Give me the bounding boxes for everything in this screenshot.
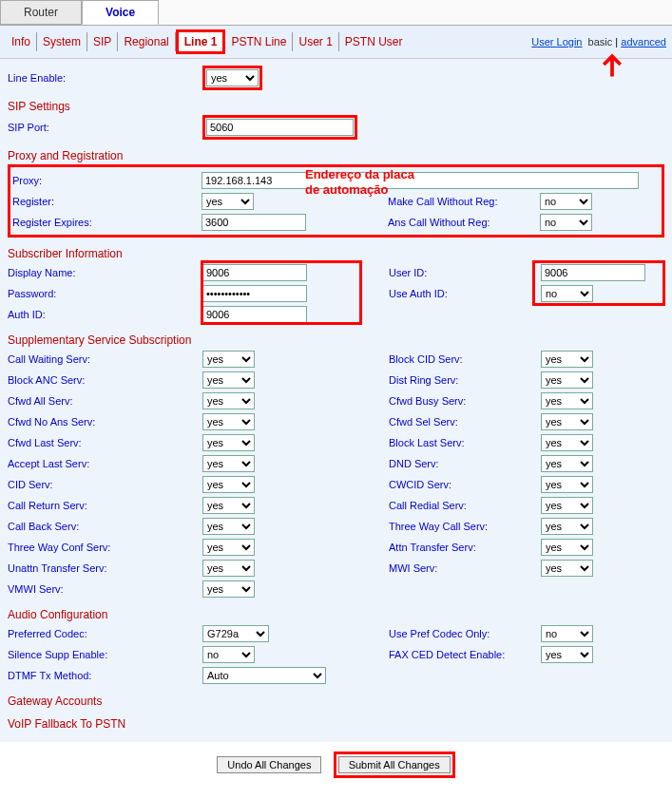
callredial-select[interactable]: yes: [541, 497, 593, 514]
mwi-label: MWI Serv:: [389, 562, 541, 574]
blocklast-select[interactable]: yes: [541, 434, 593, 451]
blockanc-select[interactable]: yes: [202, 371, 255, 389]
cfwdna-select[interactable]: yes: [202, 413, 255, 430]
register-select[interactable]: yes: [202, 193, 254, 210]
register-label: Register:: [12, 196, 202, 207]
subscriber-title: Subscriber Information: [8, 247, 664, 260]
cwcid-label: CWCID Serv:: [389, 479, 541, 490]
unattntr-select[interactable]: yes: [202, 560, 255, 577]
threeway-select[interactable]: yes: [541, 518, 593, 535]
gateway-title: Gateway Accounts: [8, 694, 664, 708]
cw-label: Call Waiting Serv:: [8, 353, 202, 365]
view-mode-links: User Login basic | advanced: [531, 36, 666, 48]
ans-call-select[interactable]: no: [540, 214, 592, 231]
use-pref-only-select[interactable]: no: [541, 625, 593, 642]
audio-title: Audio Configuration: [8, 608, 664, 621]
subtab-regional[interactable]: Regional: [118, 32, 175, 51]
make-call-select[interactable]: no: [540, 193, 592, 210]
vmwi-select[interactable]: yes: [202, 580, 255, 598]
line-enable-select[interactable]: yes: [206, 69, 259, 86]
cw-select[interactable]: yes: [202, 351, 255, 368]
cfwdlast-select[interactable]: yes: [202, 434, 255, 451]
subtab-system[interactable]: System: [37, 32, 87, 51]
distring-label: Dist Ring Serv:: [389, 374, 541, 386]
blockcid-label: Block CID Serv:: [389, 353, 541, 365]
callret-label: Call Return Serv:: [8, 500, 202, 511]
sip-port-label: SIP Port:: [8, 122, 202, 133]
annotation-proxy-2: de automação: [305, 182, 388, 197]
threeway-label: Three Way Call Serv:: [389, 521, 541, 532]
unattntr-label: Unattn Transfer Serv:: [8, 562, 202, 574]
sip-settings-title: SIP Settings: [8, 100, 664, 113]
sub-tabs: Info System SIP Regional Line 1 PSTN Lin…: [0, 26, 672, 59]
dnd-select[interactable]: yes: [541, 455, 593, 472]
callback-select[interactable]: yes: [202, 518, 255, 535]
tab-router[interactable]: Router: [0, 0, 82, 25]
authid-label: Auth ID:: [8, 309, 202, 320]
callredial-label: Call Redial Serv:: [389, 500, 541, 511]
cid-label: CID Serv:: [8, 479, 202, 490]
supp-title: Supplementary Service Subscription: [8, 333, 664, 347]
distring-select[interactable]: yes: [541, 371, 593, 389]
callret-select[interactable]: yes: [202, 497, 255, 514]
silence-select[interactable]: no: [202, 646, 255, 663]
silence-label: Silence Supp Enable:: [8, 649, 202, 660]
cfwdbusy-label: Cfwd Busy Serv:: [389, 395, 541, 407]
userid-input[interactable]: [541, 264, 645, 281]
faxced-label: FAX CED Detect Enable:: [389, 649, 541, 660]
sip-port-input[interactable]: [206, 119, 354, 136]
authid-input[interactable]: [202, 306, 307, 323]
voip-fallback-title: VoIP Fallback To PSTN: [8, 717, 664, 731]
main-tabs: Router Voice: [0, 0, 672, 26]
undo-button[interactable]: Undo All Changes: [217, 756, 321, 773]
subtab-line1[interactable]: Line 1: [176, 29, 226, 54]
faxced-select[interactable]: yes: [541, 646, 593, 663]
blocklast-label: Block Last Serv:: [389, 437, 541, 448]
display-name-label: Display Name:: [8, 267, 202, 278]
cfwdall-select[interactable]: yes: [202, 392, 255, 409]
use-auth-label: Use Auth ID:: [389, 288, 541, 299]
proxy-input[interactable]: [202, 172, 639, 189]
tab-voice[interactable]: Voice: [82, 0, 159, 25]
button-bar: Undo All Changes Submit All Changes: [0, 742, 672, 791]
subtab-pstn-line[interactable]: PSTN Line: [225, 32, 293, 51]
password-input[interactable]: [202, 285, 307, 302]
mwi-select[interactable]: yes: [541, 560, 593, 577]
acceptlast-label: Accept Last Serv:: [8, 458, 202, 469]
arrow-up-icon: [598, 50, 626, 81]
blockanc-label: Block ANC Serv:: [8, 374, 202, 386]
submit-button[interactable]: Submit All Changes: [338, 756, 451, 773]
cfwdbusy-select[interactable]: yes: [541, 392, 593, 409]
password-label: Password:: [8, 288, 202, 299]
ans-call-label: Ans Call Without Reg:: [388, 217, 540, 228]
cfwdlast-label: Cfwd Last Serv:: [8, 437, 202, 448]
subtab-sip[interactable]: SIP: [87, 32, 118, 51]
blockcid-select[interactable]: yes: [541, 351, 593, 368]
userid-label: User ID:: [389, 267, 541, 278]
attntr-select[interactable]: yes: [541, 539, 593, 556]
callback-label: Call Back Serv:: [8, 521, 202, 532]
acceptlast-select[interactable]: yes: [202, 455, 255, 472]
use-auth-select[interactable]: no: [541, 285, 593, 302]
line-enable-label: Line Enable:: [8, 72, 202, 84]
pref-codec-select[interactable]: G729a: [202, 625, 269, 642]
proxy-label: Proxy:: [12, 175, 202, 186]
cfwdsel-select[interactable]: yes: [541, 413, 593, 430]
cid-select[interactable]: yes: [202, 476, 255, 493]
threeconf-select[interactable]: yes: [202, 539, 255, 556]
subtab-info[interactable]: Info: [6, 32, 37, 51]
dtmf-select[interactable]: Auto: [202, 667, 326, 684]
display-name-input[interactable]: [202, 264, 307, 281]
cfwdall-label: Cfwd All Serv:: [8, 395, 202, 407]
reg-exp-input[interactable]: [202, 214, 306, 231]
subtab-user1[interactable]: User 1: [293, 32, 338, 51]
cfwdna-label: Cfwd No Ans Serv:: [8, 416, 202, 428]
dtmf-label: DTMF Tx Method:: [8, 670, 202, 681]
cwcid-select[interactable]: yes: [541, 476, 593, 493]
proxy-reg-title: Proxy and Registration: [8, 149, 664, 162]
make-call-label: Make Call Without Reg:: [388, 196, 540, 207]
advanced-link[interactable]: advanced: [621, 36, 666, 48]
user-login-link[interactable]: User Login: [531, 36, 582, 48]
subtab-pstn-user[interactable]: PSTN User: [339, 32, 409, 51]
dnd-label: DND Serv:: [389, 458, 541, 469]
